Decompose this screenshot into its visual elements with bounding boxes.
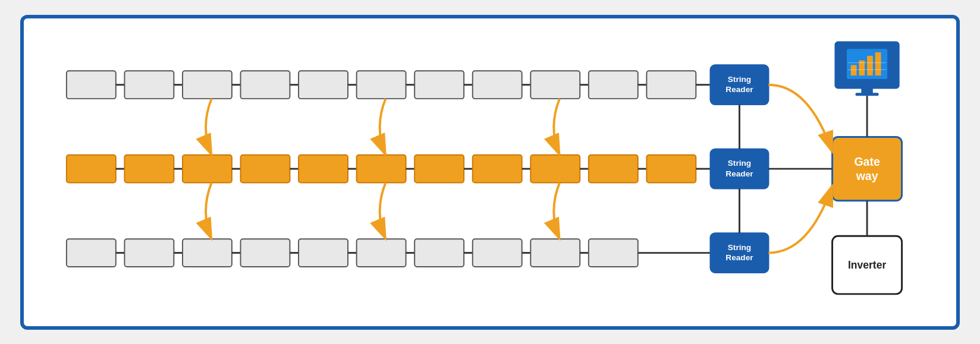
svg-text:Gate: Gate [854, 155, 880, 168]
arrow-mid-bot-3 [554, 182, 560, 239]
panel-bot-6 [357, 239, 406, 267]
panel-bot-7 [414, 239, 464, 267]
panel-mid-9 [530, 154, 580, 182]
panel-mid-10 [589, 154, 638, 182]
arrow-sr-top-to-gateway [768, 84, 832, 152]
panel-bot-9 [530, 239, 580, 267]
panel-bot-5 [299, 239, 348, 267]
svg-text:way: way [856, 169, 878, 182]
diagram-svg: String Reader String Reader String Reade… [42, 30, 938, 314]
panel-top-4 [241, 71, 290, 99]
panel-bot-10 [589, 239, 638, 267]
panel-bot-2 [124, 239, 174, 267]
svg-text:String: String [728, 74, 751, 83]
panel-mid-7 [414, 154, 464, 182]
panel-mid-5 [299, 154, 348, 182]
panel-top-2 [124, 71, 174, 99]
svg-text:Reader: Reader [725, 253, 753, 262]
panel-bot-1 [67, 239, 116, 267]
svg-rect-51 [856, 93, 879, 96]
panel-top-5 [299, 71, 348, 99]
panel-mid-1 [67, 154, 116, 182]
panel-bot-3 [183, 239, 232, 267]
svg-text:Reader: Reader [725, 85, 753, 94]
panel-mid-8 [473, 154, 522, 182]
arrow-mid-bot-2 [380, 182, 386, 239]
panel-bot-8 [473, 239, 522, 267]
panel-top-8 [473, 71, 522, 99]
arrow-mid-bot-1 [206, 182, 212, 239]
panel-mid-4 [241, 154, 290, 182]
svg-text:String: String [728, 159, 751, 168]
arrow-top-mid-1 [206, 99, 212, 155]
svg-rect-44 [851, 65, 857, 75]
panel-top-1 [67, 71, 116, 99]
arrow-top-mid-2 [380, 99, 386, 155]
panel-mid-3 [183, 154, 232, 182]
svg-rect-46 [867, 55, 873, 75]
panel-top-10 [589, 71, 638, 99]
panel-top-6 [357, 71, 406, 99]
panel-top-3 [183, 71, 232, 99]
panel-top-9 [530, 71, 580, 99]
panel-mid-11 [646, 154, 696, 182]
panel-mid-2 [124, 154, 174, 182]
arrow-top-mid-3 [554, 99, 560, 155]
diagram-frame: String Reader String Reader String Reade… [20, 15, 960, 330]
arrow-sr-bot-to-gateway [768, 185, 832, 253]
panel-top-11 [646, 71, 696, 99]
panel-mid-6 [357, 154, 406, 182]
svg-text:Reader: Reader [725, 169, 753, 178]
panel-bot-4 [241, 239, 290, 267]
svg-rect-47 [875, 52, 881, 75]
svg-text:Inverter: Inverter [848, 258, 887, 270]
svg-text:String: String [728, 242, 751, 251]
panel-top-7 [414, 71, 464, 99]
